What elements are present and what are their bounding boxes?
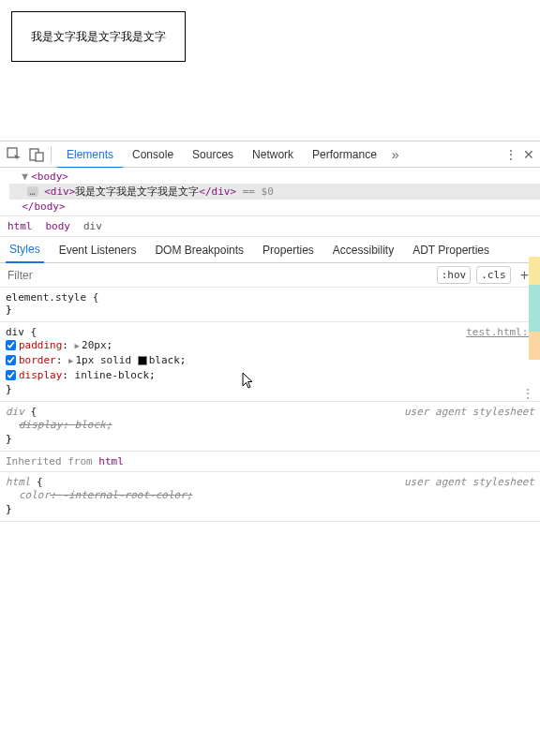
rule-menu-icon[interactable]: ⋮ <box>521 390 534 397</box>
dom-line[interactable]: … <div>我是文字我是文字我是文字</div> == $0 <box>9 184 540 200</box>
subtab-adt-properties[interactable]: ADT Properties <box>409 237 493 263</box>
tab-sources[interactable]: Sources <box>183 141 243 168</box>
subtab-accessibility[interactable]: Accessibility <box>329 237 398 263</box>
tab-performance[interactable]: Performance <box>303 141 386 168</box>
subtab-properties[interactable]: Properties <box>259 237 318 263</box>
tab-console[interactable]: Console <box>123 141 183 168</box>
device-toggle-icon[interactable] <box>28 146 45 163</box>
toggle-declaration[interactable] <box>6 370 16 380</box>
css-declaration[interactable]: padding: ▶20px; <box>6 338 534 353</box>
color-swatch[interactable] <box>138 356 147 365</box>
css-declaration[interactable]: border: ▶1px solid black; <box>6 353 534 368</box>
css-rule[interactable]: element.style {} <box>0 288 540 322</box>
css-declaration[interactable]: display: inline-block; <box>6 368 534 383</box>
toggle-declaration[interactable] <box>6 340 16 350</box>
source-link[interactable]: test.html:3 <box>466 326 534 338</box>
overview-ruler <box>529 257 540 360</box>
css-rule[interactable]: test.html:3div {padding: ▶20px;border: ▶… <box>0 322 540 402</box>
inspect-icon[interactable] <box>6 146 22 163</box>
tab-elements[interactable]: Elements <box>57 142 123 169</box>
user-agent-label: user agent stylesheet <box>404 476 534 488</box>
styles-filter-input[interactable] <box>8 269 431 282</box>
dom-line[interactable]: </body> <box>9 200 540 214</box>
user-agent-label: user agent stylesheet <box>404 406 534 418</box>
css-rule[interactable]: user agent stylesheethtml {color: -inter… <box>0 472 540 522</box>
inherited-separator: Inherited from html <box>0 452 540 472</box>
breadcrumb-item[interactable]: body <box>46 220 71 232</box>
css-rule[interactable]: user agent stylesheetdiv {display: block… <box>0 402 540 452</box>
toggle-declaration[interactable] <box>6 355 16 365</box>
more-tabs-icon[interactable]: » <box>392 147 399 162</box>
svg-rect-2 <box>36 153 43 161</box>
breadcrumb[interactable]: htmlbodydiv <box>0 216 540 237</box>
styles-subtabs: StylesEvent ListenersDOM BreakpointsProp… <box>0 237 540 263</box>
subtab-styles[interactable]: Styles <box>6 237 44 263</box>
styles-pane[interactable]: element.style {}test.html:3div {padding:… <box>0 288 540 756</box>
css-declaration[interactable]: display: block; <box>6 418 534 433</box>
viewport: 我是文字我是文字我是文字 ElementsConsoleSourcesNetwo… <box>0 0 540 756</box>
hov-toggle[interactable]: :hov <box>437 266 472 284</box>
styles-filter-row: :hov .cls + <box>0 263 540 288</box>
breadcrumb-item[interactable]: div <box>83 220 102 232</box>
rendered-page: 我是文字我是文字我是文字 <box>0 0 540 141</box>
close-icon[interactable]: ✕ <box>523 147 534 162</box>
divider <box>51 146 52 163</box>
dom-line[interactable]: ▼<body> <box>9 170 540 184</box>
dom-tree[interactable]: ▼<body> … <div>我是文字我是文字我是文字</div> == $0 … <box>0 168 540 216</box>
breadcrumb-item[interactable]: html <box>8 220 33 232</box>
kebab-menu-icon[interactable]: ⋮ <box>504 147 518 162</box>
css-declaration[interactable]: color: -internal-root-color; <box>6 488 534 503</box>
devtools-panel: ElementsConsoleSourcesNetworkPerformance… <box>0 141 540 756</box>
cls-toggle[interactable]: .cls <box>476 266 511 284</box>
subtab-dom-breakpoints[interactable]: DOM Breakpoints <box>151 237 248 263</box>
tab-network[interactable]: Network <box>243 141 303 168</box>
devtools-tabbar: ElementsConsoleSourcesNetworkPerformance… <box>0 141 540 168</box>
subtab-event-listeners[interactable]: Event Listeners <box>55 237 141 263</box>
demo-div: 我是文字我是文字我是文字 <box>11 11 186 62</box>
